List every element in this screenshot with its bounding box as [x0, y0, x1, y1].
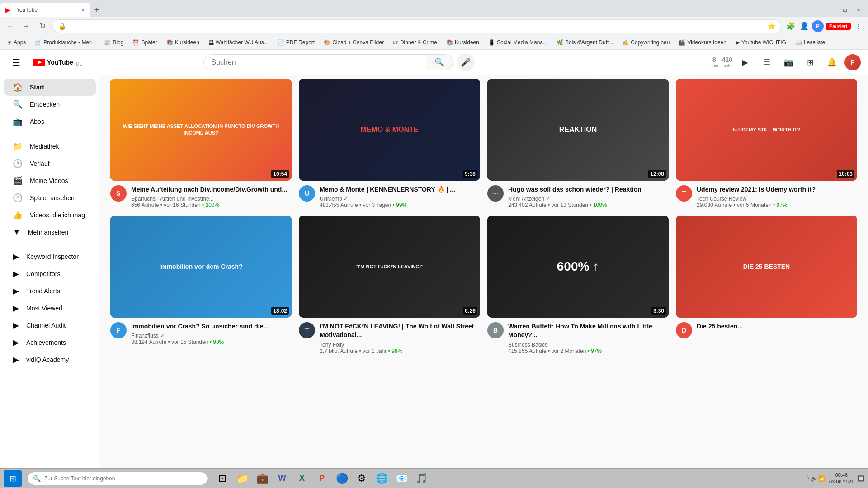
channel-avatar-3[interactable]: T — [676, 185, 692, 202]
video-card-4[interactable]: Immobilien vor dem Crash? 18:02 F Immobi… — [110, 216, 292, 354]
taskbar-taskbar[interactable]: 💼 — [253, 470, 271, 487]
video-card-7[interactable]: DIE 25 BESTEN D Die 25 besten... — [676, 216, 857, 354]
bookmark-bois[interactable]: 🌿 Bois d'Argent Duft... — [553, 38, 617, 47]
play-button[interactable]: ▶ — [736, 53, 754, 71]
sidebar-item-verlauf[interactable]: 🕐 Verlauf — [4, 155, 96, 172]
video-thumbnail-1[interactable]: MEMO & MONTE 9:38 — [299, 79, 480, 181]
taskbar-music[interactable]: 🎵 — [412, 470, 430, 487]
bookmark-kursideen2[interactable]: 📚 Kursideen — [443, 38, 483, 47]
sidebar-item-keyword-inspector[interactable]: ▶ Keyword Inspector — [4, 248, 96, 265]
video-card-0[interactable]: WIE SIEHT MEINE ASSET ALLOCATION IN PUNC… — [110, 79, 292, 208]
channel-avatar-7[interactable]: D — [676, 322, 692, 338]
taskbar-search[interactable]: 🔍 Zur Suche Text hier eingeben — [27, 472, 208, 485]
apps-grid-button[interactable]: ⊞ — [801, 53, 819, 71]
sidebar-item-achievements[interactable]: ▶ Achievements — [4, 334, 96, 351]
bookmark-blog[interactable]: 📰 Blog — [100, 38, 127, 47]
taskbar-excel[interactable]: X — [293, 470, 311, 487]
close-button[interactable]: × — [853, 4, 864, 16]
sidebar-item-mehr-ansehen[interactable]: ▼ Mehr ansehen — [4, 224, 96, 240]
bookmark-pdf[interactable]: 📄 PDF Report — [274, 38, 318, 47]
bookmark-apps[interactable]: ⊞ Apps — [4, 38, 29, 47]
channel-avatar-1[interactable]: U — [299, 185, 315, 202]
sidebar-item-entdecken[interactable]: 🔍 Entdecken — [4, 96, 96, 113]
sidebar-item-meine-videos[interactable]: 🎬 Meine Videos — [4, 172, 96, 189]
tab-close-button[interactable]: × — [81, 6, 85, 14]
bookmark-produktsuche[interactable]: 🛒 Produktsuche - Mer... — [31, 38, 99, 47]
taskbar-powerpoint[interactable]: P — [313, 470, 331, 487]
forward-button[interactable]: → — [20, 20, 33, 33]
sidebar-item-spaeter-ansehen[interactable]: 🕐 Später ansehen — [4, 189, 96, 206]
video-thumbnail-3[interactable]: Is UDEMY STILL WORTH IT? 10:03 — [676, 79, 857, 181]
back-button[interactable]: ← — [4, 20, 16, 33]
video-card-2[interactable]: REAKTION 12:08 ⋯ Hugo was soll das schon… — [487, 79, 669, 208]
bookmark-spaeter[interactable]: ⏰ Später — [129, 38, 160, 47]
taskbar-chrome[interactable]: 🌐 — [373, 470, 391, 487]
taskbar-word[interactable]: W — [273, 470, 291, 487]
sidebar-item-most-viewed[interactable]: ▶ Most Viewed — [4, 300, 96, 317]
maximize-button[interactable]: □ — [839, 4, 851, 16]
refresh-button[interactable]: ↻ — [36, 20, 49, 33]
minimize-button[interactable]: — — [826, 4, 837, 16]
channel-avatar-6[interactable]: B — [487, 322, 504, 338]
bookmark-kursideen1[interactable]: 📚 Kursideen — [163, 38, 203, 47]
yt-main-scroll: WIE SIEHT MEINE ASSET ALLOCATION IN PUNC… — [99, 75, 868, 468]
sidebar-item-vidiq-academy[interactable]: ▶ vidIQ Academy — [4, 351, 96, 368]
sidebar-item-abos[interactable]: 📺 Abos — [4, 113, 96, 130]
search-input[interactable] — [203, 54, 426, 70]
pause-button[interactable]: Pausiert — [826, 23, 851, 30]
video-card-5[interactable]: "I'M NOT F#CK*N LEAVING!" 6:26 T I'M NOT… — [299, 216, 480, 354]
video-thumbnail-4[interactable]: Immobilien vor dem Crash? 18:02 — [110, 216, 292, 318]
bookmark-wahlfaecher[interactable]: 🗳 Wahlfächer WU Aus... — [205, 38, 272, 47]
video-thumbnail-0[interactable]: WIE SIEHT MEINE ASSET ALLOCATION IN PUNC… — [110, 79, 292, 181]
video-thumbnail-7[interactable]: DIE 25 BESTEN — [676, 216, 857, 318]
bookmark-canva[interactable]: 🎨 Cload + Canva Bilder — [320, 38, 387, 47]
video-thumbnail-5[interactable]: "I'M NOT F#CK*N LEAVING!" 6:26 — [299, 216, 480, 318]
url-input[interactable]: youtube.com — [69, 23, 765, 29]
taskbar-settings[interactable]: ⚙ — [353, 470, 371, 487]
notifications-icon[interactable]: 🔲 — [858, 475, 864, 482]
channel-avatar-0[interactable]: S — [110, 185, 127, 202]
youtube-logo[interactable]: YouTube DE — [33, 58, 82, 67]
bookmark-leseliste[interactable]: 📖 Leseliste — [792, 38, 829, 47]
extensions-button[interactable]: 🧩 — [785, 20, 797, 32]
profile-button[interactable]: 👤 — [798, 20, 810, 32]
account-button[interactable]: P — [812, 20, 824, 32]
bookmark-copywriting[interactable]: ✍ Copywriting neu — [618, 38, 673, 47]
video-card-3[interactable]: Is UDEMY STILL WORTH IT? 10:03 T Udemy r… — [676, 79, 857, 208]
sidebar-item-channel-audit[interactable]: ▶ Channel Audit — [4, 317, 96, 334]
sidebar-item-mediathek[interactable]: 📁 Mediathek — [4, 138, 96, 155]
video-card-6[interactable]: 600% ↑ 3:30 B Warren Buffett: How To Mak… — [487, 216, 669, 354]
search-button[interactable]: 🔍 — [426, 54, 453, 70]
sidebar-item-start[interactable]: 🏠 Start — [4, 79, 96, 96]
taskbar-mail[interactable]: 📧 — [392, 470, 410, 487]
hamburger-menu[interactable]: ☰ — [7, 53, 25, 71]
more-icon-2[interactable]: ⋯ — [487, 185, 504, 202]
sidebar-item-liked-videos[interactable]: 👍 Videos, die ich mag — [4, 206, 96, 224]
menu-button[interactable]: ⋮ — [853, 20, 864, 32]
camera-button[interactable]: 📷 — [779, 53, 797, 71]
video-thumbnail-6[interactable]: 600% ↑ 3:30 — [487, 216, 669, 318]
youtube-tab[interactable]: ▶ YouTube × — [0, 3, 90, 17]
bookmark-youtube-wichtig[interactable]: ▶ Youtube WICHTIG — [732, 38, 790, 47]
channel-avatar-4[interactable]: F — [110, 322, 127, 338]
new-tab-button[interactable]: + — [90, 4, 103, 16]
bookmark-social[interactable]: 📱 Social Media Mana... — [485, 38, 551, 47]
list-view-button[interactable]: ☰ — [758, 53, 776, 71]
taskbar-unknown1[interactable]: 🔵 — [333, 470, 351, 487]
taskbar-clock[interactable]: 00:48 03.06.2021 — [829, 472, 854, 485]
start-button[interactable]: ⊞ — [4, 470, 22, 487]
bookmark-dinner[interactable]: 🍽 Dinner & Crime — [389, 38, 441, 47]
taskbar-task-view[interactable]: ⊡ — [213, 470, 231, 487]
taskbar-explorer[interactable]: 📁 — [233, 470, 251, 487]
user-avatar[interactable]: P — [844, 54, 861, 70]
mic-button[interactable]: 🎤 — [457, 53, 475, 71]
sidebar-item-competitors[interactable]: ▶ Competitors — [4, 265, 96, 282]
video-stats-1: 483.455 Aufrufe • vor 3 Tagen • 99% — [320, 202, 480, 208]
notification-button[interactable]: 🔔 — [823, 53, 841, 71]
sidebar-item-trend-alerts[interactable]: ▶ Trend Alerts — [4, 282, 96, 300]
video-thumbnail-2[interactable]: REAKTION 12:08 — [487, 79, 669, 181]
bookmark-videokurs[interactable]: 🎬 Videokurs Ideen — [675, 38, 730, 47]
video-card-1[interactable]: MEMO & MONTE 9:38 U Memo & Monte | KENNE… — [299, 79, 480, 208]
address-bar[interactable]: 🔒 youtube.com ⭐ — [52, 19, 781, 33]
channel-avatar-5[interactable]: T — [299, 322, 315, 338]
